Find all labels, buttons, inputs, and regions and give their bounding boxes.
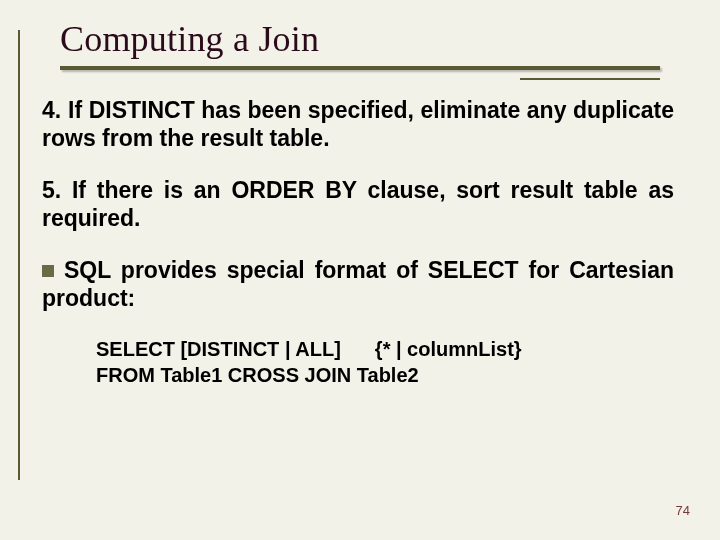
list-item-4: 4.If DISTINCT has been specified, elimin…	[42, 96, 674, 152]
slide-body: 4.If DISTINCT has been specified, elimin…	[42, 96, 674, 388]
page-number: 74	[676, 503, 690, 518]
code-line-1a: SELECT [DISTINCT | ALL]	[96, 338, 341, 360]
code-line-1b: {* | columnList}	[375, 338, 522, 360]
code-line-2: FROM Table1 CROSS JOIN Table2	[96, 362, 674, 388]
code-block: SELECT [DISTINCT | ALL]{* | columnList} …	[96, 336, 674, 388]
square-bullet-icon	[42, 265, 54, 277]
code-line-1: SELECT [DISTINCT | ALL]{* | columnList}	[96, 336, 674, 362]
left-rule	[18, 30, 20, 480]
list-marker-5: 5.	[42, 177, 61, 203]
list-text-4: If DISTINCT has been specified, eliminat…	[42, 97, 674, 151]
slide: Computing a Join 4.If DISTINCT has been …	[0, 0, 720, 540]
list-marker-4: 4.	[42, 96, 68, 124]
list-text-5: If there is an ORDER BY clause, sort res…	[42, 177, 674, 231]
slide-title: Computing a Join	[60, 18, 660, 60]
list-item-5: 5. If there is an ORDER BY clause, sort …	[42, 176, 674, 232]
list-item-bullet: SQL provides special format of SELECT fo…	[42, 256, 674, 312]
list-text-bullet: SQL provides special format of SELECT fo…	[42, 257, 674, 311]
title-block: Computing a Join	[60, 18, 660, 70]
title-underline	[60, 66, 660, 70]
